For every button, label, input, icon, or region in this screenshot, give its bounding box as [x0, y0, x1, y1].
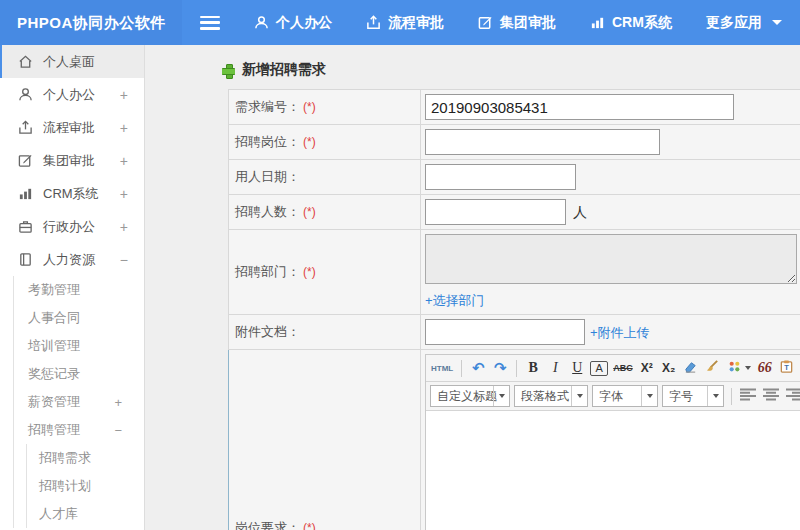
highlight-color-button[interactable]: [726, 358, 752, 378]
recruit-position-input[interactable]: [425, 129, 660, 155]
sidebar-submenu-recruit: 招聘需求 招聘计划 人才库: [26, 444, 144, 528]
sidebar-item-label: 招聘管理: [28, 421, 80, 439]
toolbar-separator: [731, 388, 732, 405]
nav-personal-office[interactable]: 个人办公: [254, 14, 332, 32]
page-title-bar: 新增招聘需求: [146, 45, 800, 89]
align-right-icon: [786, 388, 800, 404]
nav-group-approval[interactable]: 集团审批: [478, 14, 556, 32]
editor-toolbar-row2: 自定义标题 段落格式 字体: [426, 382, 800, 411]
rich-text-editor: HTML ↶ ↷ B I U A ABC X² X₂: [425, 354, 800, 530]
expand-plus-icon[interactable]: +: [120, 87, 128, 103]
collapse-minus-icon[interactable]: −: [120, 252, 128, 268]
caret-down-icon: [641, 386, 657, 406]
recruit-dept-textarea[interactable]: [425, 234, 797, 284]
sidebar-item-salary-management[interactable]: 薪资管理 +: [14, 388, 144, 416]
editor-content-area[interactable]: [426, 411, 800, 530]
sidebar-item-personal-desktop[interactable]: 个人桌面: [0, 45, 144, 78]
chart-icon: [18, 186, 34, 202]
subscript-button[interactable]: X₂: [660, 358, 678, 378]
sidebar-item-label: 流程审批: [43, 119, 95, 137]
app-logo: PHPOA协同办公软件: [0, 0, 182, 45]
select-dept-link[interactable]: +选择部门: [425, 292, 485, 310]
attachment-input[interactable]: [425, 319, 585, 345]
main-content: 新增招聘需求 需求编号：(*) 招聘岗位：(*): [146, 45, 800, 530]
dropdown-label: 自定义标题: [431, 388, 493, 405]
attachment-upload-link[interactable]: +附件上传: [590, 324, 650, 342]
demand-no-input[interactable]: [425, 94, 734, 120]
paste-as-text-button[interactable]: T: [778, 358, 796, 378]
paragraph-format-dropdown[interactable]: 段落格式: [514, 385, 588, 407]
sidebar-item-admin-office[interactable]: 行政办公 +: [0, 210, 144, 243]
toolbar-separator: [516, 360, 517, 377]
user-icon: [254, 15, 269, 30]
sidebar-item-hr-contract[interactable]: 人事合同: [14, 304, 144, 332]
required-marker: (*): [303, 205, 316, 219]
align-center-button[interactable]: [762, 386, 781, 406]
paste-icon: T: [779, 359, 794, 377]
form-row-demand-no: 需求编号：(*): [229, 90, 800, 125]
sidebar: 个人桌面 个人办公 + 流程审批 + 集团审批 +: [0, 45, 145, 530]
expand-plus-icon[interactable]: +: [120, 219, 128, 235]
form-row-recruit-dept: 招聘部门：(*) +选择部门: [229, 230, 800, 315]
sidebar-item-reward-punishment[interactable]: 奖惩记录: [14, 360, 144, 388]
field-label: 附件文档：: [235, 324, 300, 339]
collapse-minus-icon[interactable]: −: [114, 423, 122, 438]
expand-plus-icon[interactable]: +: [120, 186, 128, 202]
sidebar-item-label: 个人办公: [43, 86, 95, 104]
undo-button[interactable]: ↶: [469, 358, 487, 378]
chart-icon: [590, 15, 605, 30]
expand-plus-icon[interactable]: +: [120, 120, 128, 136]
sidebar-item-label: CRM系统: [43, 185, 99, 203]
sidebar-item-label: 招聘需求: [39, 449, 91, 467]
font-border-button[interactable]: A: [590, 361, 608, 376]
sidebar-item-group-approval[interactable]: 集团审批 +: [0, 144, 144, 177]
recruitment-form: 需求编号：(*) 招聘岗位：(*) 用人日期：: [228, 89, 800, 530]
font-size-dropdown[interactable]: 字号: [662, 385, 724, 407]
sidebar-item-recruit-plan[interactable]: 招聘计划: [27, 472, 144, 500]
nav-workflow-approval[interactable]: 流程审批: [366, 14, 444, 32]
recruit-count-input[interactable]: [425, 199, 566, 225]
blockquote-button[interactable]: 66: [756, 358, 774, 378]
hire-date-input[interactable]: [425, 164, 576, 190]
sidebar-item-crm-system[interactable]: CRM系统 +: [0, 177, 144, 210]
dropdown-label: 字号: [663, 388, 707, 405]
sidebar-item-workflow-approval[interactable]: 流程审批 +: [0, 111, 144, 144]
sidebar-item-training-management[interactable]: 培训管理: [14, 332, 144, 360]
strikethrough-button[interactable]: ABC: [612, 358, 634, 378]
align-left-button[interactable]: [739, 386, 758, 406]
sidebar-item-talent-pool[interactable]: 人才库: [27, 500, 144, 528]
form-row-recruit-count: 招聘人数：(*) 人: [229, 195, 800, 230]
page-title: 新增招聘需求: [242, 61, 326, 79]
eraser-button[interactable]: [682, 358, 700, 378]
nav-more-apps[interactable]: 更多应用: [706, 14, 782, 32]
sidebar-item-recruit-management[interactable]: 招聘管理 −: [14, 416, 144, 444]
sidebar-item-label: 招聘计划: [39, 477, 91, 495]
form-row-recruit-position: 招聘岗位：(*): [229, 125, 800, 160]
source-code-button[interactable]: HTML: [430, 358, 454, 378]
sidebar-item-recruit-demand[interactable]: 招聘需求: [27, 444, 144, 472]
nav-crm-system[interactable]: CRM系统: [590, 14, 672, 32]
format-brush-icon: [705, 359, 720, 377]
menu-toggle-icon[interactable]: [200, 16, 220, 30]
format-brush-button[interactable]: [704, 358, 722, 378]
sidebar-item-label: 集团审批: [43, 152, 95, 170]
required-marker: (*): [303, 100, 316, 114]
sidebar-item-human-resources[interactable]: 人力资源 −: [0, 243, 144, 276]
align-right-button[interactable]: [785, 386, 800, 406]
italic-button[interactable]: I: [546, 358, 564, 378]
sidebar-item-label: 人事合同: [28, 309, 80, 327]
sidebar-item-label: 薪资管理: [28, 393, 80, 411]
sidebar-item-label: 个人桌面: [43, 53, 95, 71]
custom-title-dropdown[interactable]: 自定义标题: [430, 385, 510, 407]
sidebar-item-personal-office[interactable]: 个人办公 +: [0, 78, 144, 111]
sidebar-item-attendance-management[interactable]: 考勤管理: [14, 276, 144, 304]
font-family-dropdown[interactable]: 字体: [592, 385, 658, 407]
toolbar-separator: [461, 360, 462, 377]
expand-plus-icon[interactable]: +: [120, 153, 128, 169]
redo-button[interactable]: ↷: [491, 358, 509, 378]
superscript-button[interactable]: X²: [638, 358, 656, 378]
align-center-icon: [763, 388, 780, 404]
expand-plus-icon[interactable]: +: [114, 395, 122, 410]
bold-button[interactable]: B: [524, 358, 542, 378]
underline-button[interactable]: U: [568, 358, 586, 378]
